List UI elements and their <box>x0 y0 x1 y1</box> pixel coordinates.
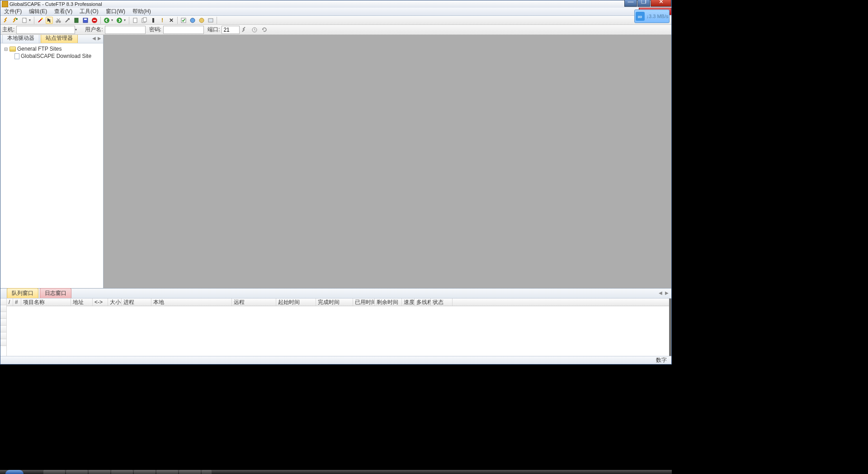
maximize-button[interactable]: ❐ <box>637 0 650 7</box>
grid-col[interactable]: # <box>13 299 21 306</box>
grid-col[interactable]: 大小 <box>108 299 122 306</box>
side-nav-left-icon[interactable]: ◀ <box>91 36 97 41</box>
host-label: 主机: <box>2 26 14 33</box>
app-window: GlobalSCAPE - CuteFTP 8.3 Professional —… <box>0 0 672 365</box>
side-nav-right-icon[interactable]: ▶ <box>97 36 102 41</box>
close-button[interactable]: ✕ <box>651 0 671 7</box>
tab-local-drives[interactable]: 本地驱动器 <box>2 35 39 43</box>
tab-queue[interactable]: 队列窗口 <box>7 288 38 298</box>
pass-input[interactable] <box>163 26 204 34</box>
host-dropdown[interactable]: ▾ <box>75 28 79 32</box>
back-icon[interactable] <box>103 17 110 24</box>
user-input[interactable] <box>105 26 146 34</box>
grid-col[interactable]: / <box>7 299 13 306</box>
alert-icon[interactable]: ! <box>159 17 166 24</box>
svg-point-12 <box>117 18 122 23</box>
menu-edit[interactable]: 编辑(E) <box>25 8 51 15</box>
speed-value: 3.3 MB/s <box>649 14 668 19</box>
stop-icon[interactable] <box>91 17 98 24</box>
grid-col[interactable]: 已用时间 <box>353 299 375 306</box>
svg-rect-8 <box>84 19 87 20</box>
select-icon[interactable] <box>46 17 53 24</box>
taskbar[interactable] <box>0 470 672 474</box>
menu-help[interactable]: 帮助(H) <box>129 8 155 15</box>
menu-window[interactable]: 窗口(W) <box>102 8 129 15</box>
pass-label: 密码: <box>149 26 161 33</box>
book-icon[interactable] <box>73 17 80 24</box>
grid-scrollbar[interactable] <box>669 299 671 356</box>
folder-icon <box>9 47 16 52</box>
titlebar: GlobalSCAPE - CuteFTP 8.3 Professional —… <box>0 0 671 8</box>
grid-col[interactable]: 地址 <box>71 299 93 306</box>
svg-rect-16 <box>152 18 154 23</box>
menu-file[interactable]: 文件(F) <box>0 8 25 15</box>
tab-site-manager[interactable]: 站点管理器 <box>41 35 78 43</box>
quick-connect-icon[interactable] <box>241 26 248 33</box>
port-input[interactable] <box>222 26 240 34</box>
reconnect-icon[interactable] <box>12 17 19 24</box>
menu-tools[interactable]: 工具(O) <box>76 8 102 15</box>
dock-tabs: 队列窗口 日志窗口 ◀ ▶ <box>0 289 671 299</box>
grid-col[interactable]: 速度 <box>402 299 415 306</box>
tree-folder[interactable]: ⊟ General FTP Sites <box>3 45 100 52</box>
svg-point-2 <box>41 18 43 19</box>
grid-col[interactable]: <-> <box>93 299 108 306</box>
delete-icon[interactable]: ✕ <box>168 17 175 24</box>
grid-col[interactable]: 进程 <box>122 299 151 306</box>
docs-icon[interactable] <box>141 17 148 24</box>
svg-point-19 <box>199 18 204 23</box>
refresh-icon[interactable] <box>261 26 268 33</box>
tree-folder-label: General FTP Sites <box>17 46 61 52</box>
tree-item-label: GlobalSCAPE Download Site <box>21 53 91 59</box>
grid-col[interactable]: 远程 <box>232 299 276 306</box>
grid-col[interactable]: 状态 <box>431 299 453 306</box>
grid-col[interactable]: 完成时间 <box>316 299 353 306</box>
grid-col[interactable]: 起始时间 <box>276 299 316 306</box>
connect-icon[interactable] <box>3 17 10 24</box>
forward-icon[interactable] <box>116 17 123 24</box>
speed-widget[interactable]: ∞ ↓ 3.3 MB/s <box>634 9 670 23</box>
collapse-icon[interactable]: ⊟ <box>3 47 8 52</box>
grid-col[interactable]: 剩余时间 <box>375 299 402 306</box>
svg-rect-5 <box>68 18 70 20</box>
minimize-button[interactable]: — <box>624 0 637 7</box>
new-dropdown[interactable]: ▾ <box>29 18 33 22</box>
wizard-icon[interactable] <box>37 17 44 24</box>
dock: ✕ 队列窗口 日志窗口 ◀ ▶ /#项目名称地址<->大小进程本地远程起始时间完… <box>0 288 671 356</box>
dock-nav-right-icon[interactable]: ▶ <box>664 290 670 295</box>
window-title: GlobalSCAPE - CuteFTP 8.3 Professional <box>9 1 671 7</box>
dock-nav-left-icon[interactable]: ◀ <box>657 290 664 295</box>
cut-icon[interactable] <box>55 17 62 24</box>
save-icon[interactable] <box>82 17 89 24</box>
tool-1-icon[interactable] <box>64 17 71 24</box>
file-icon <box>14 53 19 59</box>
connection-bar: 主机: ▾ 用户名: 密码: 端口: <box>0 25 671 35</box>
tree-item[interactable]: GlobalSCAPE Download Site <box>3 52 100 60</box>
grid-col[interactable]: 多线程 <box>415 299 431 306</box>
svg-rect-15 <box>143 18 146 22</box>
queue-grid[interactable]: /#项目名称地址<->大小进程本地远程起始时间完成时间已用时间剩余时间速度多线程… <box>0 299 671 356</box>
grid-col[interactable]: 项目名称 <box>21 299 71 306</box>
doc-icon[interactable] <box>132 17 139 24</box>
clock-icon[interactable] <box>251 26 258 33</box>
star-icon[interactable] <box>198 17 205 24</box>
svg-rect-13 <box>133 18 137 23</box>
svg-point-11 <box>104 18 109 23</box>
menu-view[interactable]: 查看(V) <box>51 8 76 15</box>
tab-log[interactable]: 日志窗口 <box>40 288 71 298</box>
globe-icon[interactable] <box>189 17 196 24</box>
back-dropdown[interactable]: ▾ <box>111 18 115 22</box>
svg-rect-6 <box>75 18 78 23</box>
menubar: 文件(F) 编辑(E) 查看(V) 工具(O) 窗口(W) 帮助(H) Buy … <box>0 8 671 16</box>
host-input[interactable] <box>16 26 75 34</box>
check-icon[interactable] <box>180 17 187 24</box>
flag-icon[interactable] <box>150 17 157 24</box>
toolbar: ▾ ▾ ▾ ! ✕ ∞ ↓ 3.3 MB/s <box>0 16 671 25</box>
app-icon <box>2 1 8 7</box>
grid-col[interactable]: 本地 <box>151 299 232 306</box>
site-tree[interactable]: ⊟ General FTP Sites GlobalSCAPE Download… <box>0 43 103 288</box>
row-headers <box>0 299 7 356</box>
forward-dropdown[interactable]: ▾ <box>124 18 127 22</box>
new-icon[interactable] <box>21 17 28 24</box>
window-icon[interactable] <box>207 17 214 24</box>
